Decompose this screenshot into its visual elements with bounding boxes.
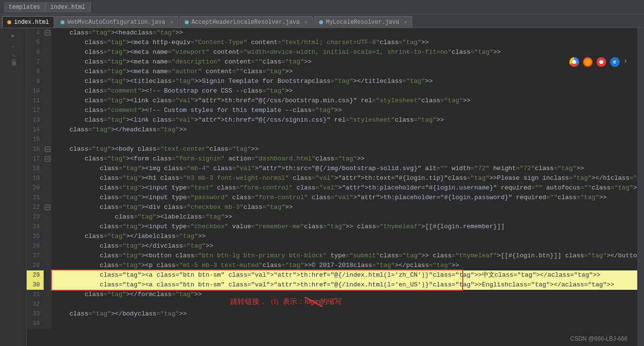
scrollbar-gutter[interactable] [637, 28, 644, 346]
more-icon[interactable]: › [624, 57, 628, 67]
line-fold-icon [44, 232, 51, 241]
csdn-watermark: CSDN @666-LBJ-666 [570, 335, 628, 342]
line-content: class="tag"><button class="btn btn-lg bt… [51, 251, 637, 261]
line-content: class="tag"><meta name="description" con… [51, 57, 637, 67]
line-number: 8 [27, 67, 44, 77]
line-number: 14 [27, 125, 44, 135]
code-container[interactable]: 4 class="tag"><headclass="tag">>5 class=… [27, 28, 637, 346]
line-fold-icon [44, 106, 51, 115]
line-number: 25 [27, 232, 44, 241]
tab-dot [7, 20, 11, 24]
code-line-7: 7 class="tag"><meta name="description" c… [27, 57, 637, 67]
line-content: class="tag"></labelclass="tag">> [51, 232, 637, 241]
line-number: 9 [27, 77, 44, 86]
tab-dot [61, 20, 64, 24]
line-fold-icon [44, 86, 51, 96]
line-fold-icon [44, 280, 51, 290]
code-line-29: 29 class="tag"><a class="btn btn-sm" cla… [27, 270, 637, 280]
line-number: 22 [27, 203, 44, 212]
left-sidebar: ▶ − 折/脚本 [0, 28, 27, 346]
line-number: 21 [27, 193, 44, 203]
code-line-23: 23 class="tag"><labelclass="tag">> [27, 212, 637, 222]
line-content: class="tag"><meta http-equiv="Content-Ty… [51, 38, 637, 47]
line-content: class="tag"><link class="val">"attr">th:… [51, 96, 637, 106]
line-content: class="tag"><titleclass="tag">>Signin Te… [51, 77, 637, 86]
line-number: 7 [27, 57, 44, 67]
line-fold-icon[interactable] [44, 154, 51, 164]
tab-close-icon[interactable]: ✕ [170, 19, 173, 25]
line-fold-icon [44, 96, 51, 106]
sidebar-minus-icon[interactable]: − [3, 42, 23, 52]
code-line-8: 8 class="tag"><meta name="author" conten… [27, 67, 637, 77]
line-content: class="tag"><div class="checkbox mb-3"cl… [51, 203, 637, 212]
line-fold-icon [44, 309, 51, 319]
code-line-24: 24 class="tag"><input type="checkbox" va… [27, 222, 637, 232]
code-line-26: 26 class="tag"></divclass="tag">> [27, 241, 637, 251]
line-number: 12 [27, 106, 44, 115]
code-line-17: 17 class="tag"><form class="form-signin"… [27, 154, 637, 164]
line-content: class="tag"><a class="btn btn-sm" class=… [51, 280, 637, 290]
tab-close-icon[interactable]: ✕ [404, 19, 407, 25]
line-content: class="tag"></bodyclass="tag">> [51, 309, 637, 319]
code-line-27: 27 class="tag"><button class="btn btn-lg… [27, 251, 637, 261]
tab-close-icon[interactable]: ✕ [305, 19, 307, 25]
line-fold-icon [44, 183, 51, 193]
ie-icon: e [610, 57, 620, 67]
line-number: 6 [27, 47, 44, 57]
breadcrumb-index[interactable]: index.html [46, 2, 91, 13]
line-number: 15 [27, 135, 44, 144]
line-fold-icon[interactable] [44, 203, 51, 212]
line-fold-icon [44, 115, 51, 125]
tab-label: MyLocaleResolver.java [326, 19, 399, 26]
browser-icons: e › [569, 57, 628, 67]
tab-webmvc[interactable]: WebMvcAutoConfiguration.java ✕ [55, 16, 178, 28]
tab-mylocale[interactable]: MyLocaleResolver.java ✕ [314, 16, 412, 28]
line-content: class="tag"><p class="mt-5 mb-3 text-mut… [51, 261, 637, 270]
breadcrumb-templates[interactable]: templates [4, 2, 46, 13]
line-number: 24 [27, 222, 44, 232]
line-content: class="tag"><body class="text-center"cla… [51, 144, 637, 154]
line-fold-icon [44, 67, 51, 77]
code-line-28: 28 class="tag"><p class="mt-5 mb-3 text-… [27, 261, 637, 270]
line-number: 18 [27, 164, 44, 173]
code-line-5: 5 class="tag"><meta http-equiv="Content-… [27, 38, 637, 47]
code-line-12: 12 class="comment"><!-- Custom styles fo… [27, 106, 637, 115]
line-fold-icon [44, 47, 51, 57]
line-content: class="tag"></headclass="tag">> [51, 125, 637, 135]
line-number: 28 [27, 261, 44, 270]
line-number: 34 [27, 319, 44, 329]
code-line-21: 21 class="tag"><input type="password" cl… [27, 193, 637, 203]
line-number: 26 [27, 241, 44, 251]
line-fold-icon [44, 319, 51, 329]
breadcrumb: templates index.html [4, 2, 91, 13]
line-fold-icon [44, 290, 51, 299]
line-fold-icon [44, 57, 51, 67]
line-number: 5 [27, 38, 44, 47]
line-fold-icon [44, 125, 51, 135]
line-number: 13 [27, 115, 44, 125]
line-content: class="tag"><form class="form-signin" ac… [51, 154, 637, 164]
line-content: class="tag"><input type="password" class… [51, 193, 637, 203]
tab-label: index.html [14, 19, 49, 26]
sidebar-run-icon[interactable]: ▶ [3, 30, 23, 41]
line-number: 19 [27, 173, 44, 183]
line-fold-icon [44, 222, 51, 232]
opera-icon [596, 57, 606, 67]
line-number: 32 [27, 299, 44, 309]
code-line-6: 6 class="tag"><meta name="viewport" cont… [27, 47, 637, 57]
line-fold-icon[interactable] [44, 144, 51, 154]
file-tabs-bar: index.html WebMvcAutoConfiguration.java … [0, 15, 644, 28]
line-number: 16 [27, 144, 44, 154]
line-content: class="tag"><labelclass="tag">> [51, 212, 637, 222]
line-content: class="tag"></formclass="tag">> [51, 290, 637, 299]
tab-acceptheader[interactable]: AcceptHeaderLocaleResolver.java ✕ [179, 16, 313, 28]
line-content: class="tag"><headclass="tag">> [51, 28, 637, 38]
line-content [51, 135, 637, 144]
line-fold-icon[interactable] [44, 28, 51, 38]
tab-dot [319, 20, 323, 24]
tab-label: AcceptHeaderLocaleResolver.java [192, 19, 300, 26]
line-number: 20 [27, 183, 44, 193]
line-content: class="tag"><img class="mb-4" class="val… [51, 164, 637, 173]
line-fold-icon [44, 135, 51, 144]
tab-index-html[interactable]: index.html [2, 16, 54, 28]
